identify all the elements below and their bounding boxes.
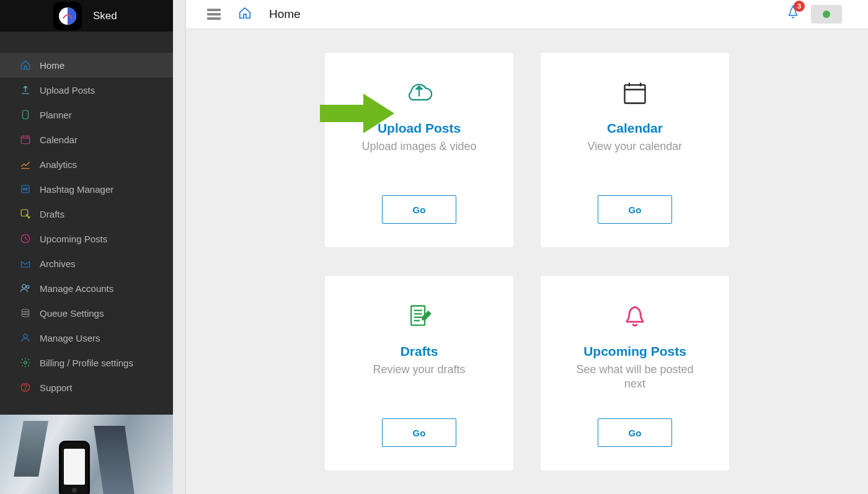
go-button-calendar[interactable]: Go: [598, 195, 672, 224]
svg-rect-1: [23, 110, 29, 119]
card-upload-posts: Upload Posts Upload images & video Go: [325, 53, 513, 247]
topbar: Home 3: [186, 0, 868, 29]
card-desc: View your calendar: [588, 139, 683, 154]
sidebar-item-archives[interactable]: Archives: [0, 251, 173, 276]
svg-point-17: [24, 361, 27, 364]
sidebar-item-billing[interactable]: Billing / Profile settings: [0, 350, 173, 375]
sidebar-item-analytics[interactable]: Analytics: [0, 152, 173, 177]
notification-badge: 3: [794, 1, 805, 12]
card-desc: Review your drafts: [373, 363, 465, 377]
accounts-icon: [20, 283, 31, 294]
svg-point-12: [27, 286, 30, 289]
card-drafts: Drafts Review your drafts Go: [325, 276, 513, 470]
support-icon: [20, 382, 31, 393]
sidebar-item-upcoming-posts[interactable]: Upcoming Posts: [0, 226, 173, 251]
app-logo: [53, 2, 82, 30]
hashtag-icon: [20, 183, 31, 195]
sidebar-promo-image: [0, 415, 173, 494]
archives-icon: [20, 258, 31, 269]
card-title: Upcoming Posts: [583, 344, 686, 359]
analytics-icon: [20, 159, 31, 170]
svg-point-16: [24, 334, 27, 338]
svg-rect-3: [21, 136, 30, 144]
queue-icon: [20, 307, 31, 319]
go-button-upcoming[interactable]: Go: [598, 418, 672, 447]
hamburger-menu[interactable]: [207, 9, 221, 20]
card-upcoming-posts: Upcoming Posts See what will be posted n…: [541, 276, 729, 470]
calendar-icon: [20, 134, 31, 145]
svg-marker-20: [320, 94, 394, 133]
content: Upload Posts Upload images & video Go Ca…: [186, 29, 868, 494]
go-button-upload[interactable]: Go: [382, 195, 456, 224]
svg-point-19: [25, 389, 25, 390]
card-desc: Upload images & video: [361, 139, 476, 154]
page-title: Home: [269, 7, 301, 21]
status-dot-online: [823, 11, 830, 18]
sidebar-item-planner[interactable]: Planner: [0, 102, 173, 127]
sidebar-item-upload-posts[interactable]: Upload Posts: [0, 77, 173, 102]
pointer-arrow-annotation: [320, 94, 394, 136]
card-title: Drafts: [401, 344, 438, 359]
app-name: Sked: [93, 10, 117, 22]
bell-icon: [621, 299, 649, 333]
home-icon: [238, 6, 252, 22]
sidebar-item-home[interactable]: Home: [0, 53, 173, 77]
cloud-upload-icon: [405, 76, 433, 110]
go-button-drafts[interactable]: Go: [382, 418, 456, 447]
upload-icon: [20, 84, 31, 95]
draft-doc-icon: [405, 299, 433, 333]
card-title: Calendar: [607, 121, 663, 136]
users-icon: [20, 332, 31, 343]
card-calendar: Calendar View your calendar Go: [541, 53, 729, 247]
main: Home 3 Upload Po: [186, 0, 868, 494]
calendar-large-icon: [621, 76, 649, 110]
sidebar-item-hashtag-manager[interactable]: Hashtag Manager: [0, 177, 173, 201]
sidebar-item-queue-settings[interactable]: Queue Settings: [0, 301, 173, 325]
sidebar-item-calendar[interactable]: Calendar: [0, 127, 173, 152]
upcoming-icon: [20, 233, 31, 244]
svg-rect-21: [625, 85, 645, 103]
sidebar-item-drafts[interactable]: Drafts: [0, 201, 173, 226]
divider-column: [173, 0, 186, 494]
notification-button[interactable]: 3: [786, 6, 800, 23]
status-button[interactable]: [811, 5, 842, 24]
svg-rect-8: [22, 185, 29, 193]
sidebar-nav: Home Upload Posts Planner Calendar Analy…: [0, 32, 173, 400]
sidebar-item-manage-users[interactable]: Manage Users: [0, 325, 173, 350]
drafts-icon: [20, 208, 31, 219]
sidebar-header: Sked: [0, 0, 173, 32]
sidebar-item-manage-accounts[interactable]: Manage Accounts: [0, 276, 173, 301]
sidebar-item-support[interactable]: Support: [0, 375, 173, 400]
card-desc: See what will be posted next: [570, 363, 700, 392]
settings-icon: [20, 357, 31, 368]
home-icon: [20, 60, 31, 71]
planner-icon: [20, 109, 31, 120]
svg-point-11: [22, 284, 26, 288]
sidebar: Sked Home Upload Posts Planner Calendar: [0, 0, 173, 494]
svg-rect-31: [411, 306, 425, 325]
